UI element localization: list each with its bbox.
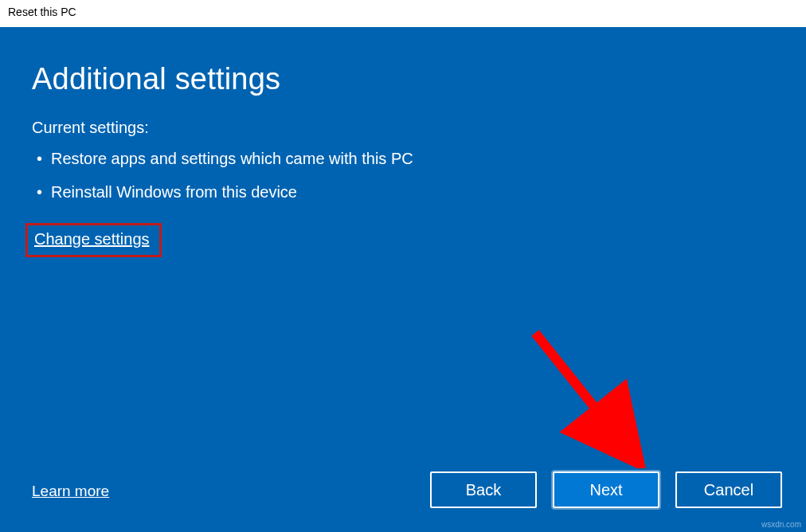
highlight-box: Change settings bbox=[25, 223, 162, 257]
watermark: wsxdn.com bbox=[761, 520, 801, 529]
svg-line-1 bbox=[535, 333, 623, 443]
next-button[interactable]: Next bbox=[553, 471, 659, 508]
back-button[interactable]: Back bbox=[430, 471, 537, 508]
change-settings-link[interactable]: Change settings bbox=[34, 230, 150, 248]
window-titlebar: Reset this PC bbox=[0, 0, 806, 27]
annotation-arrow-icon bbox=[511, 325, 655, 468]
learn-more-link[interactable]: Learn more bbox=[32, 483, 109, 500]
window-title: Reset this PC bbox=[8, 6, 76, 18]
page-heading: Additional settings bbox=[32, 62, 774, 96]
settings-list: Restore apps and settings which came wit… bbox=[32, 148, 774, 202]
list-item: Restore apps and settings which came wit… bbox=[32, 148, 774, 169]
dialog-panel: Additional settings Current settings: Re… bbox=[0, 27, 806, 532]
list-item: Reinstall Windows from this device bbox=[32, 182, 774, 202]
cancel-button[interactable]: Cancel bbox=[675, 471, 782, 508]
current-settings-label: Current settings: bbox=[32, 119, 774, 137]
button-row: Back Next Cancel bbox=[430, 471, 782, 508]
